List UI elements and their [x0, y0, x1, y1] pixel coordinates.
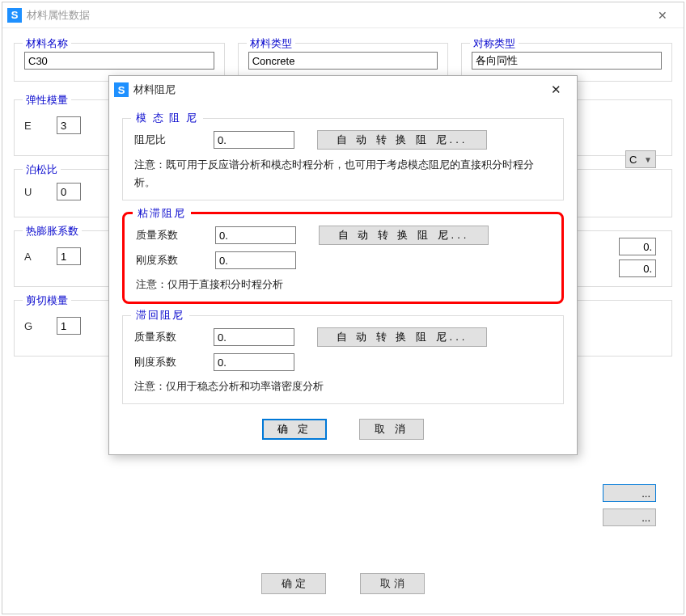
- poisson-input[interactable]: [57, 183, 81, 200]
- back-cancel-button[interactable]: 取 消: [360, 573, 425, 594]
- chevron-down-icon: ▼: [644, 155, 652, 164]
- viscous-stiff-label: 刚度系数: [136, 253, 209, 268]
- back-ok-button[interactable]: 确 定: [261, 573, 326, 594]
- shear-input[interactable]: [57, 317, 81, 335]
- viscous-damping-legend: 粘滞阻尼: [133, 206, 191, 221]
- thermal-label: A: [24, 251, 49, 263]
- front-cancel-button[interactable]: 取 消: [359, 419, 424, 440]
- symmetry-type-input[interactable]: [472, 52, 662, 70]
- hysteretic-mass-input[interactable]: [214, 328, 294, 346]
- thermal-legend: 热膨胀系数: [23, 224, 82, 238]
- elastic-legend: 弹性模量: [23, 93, 71, 108]
- back-window-title: 材料属性数据: [27, 8, 646, 23]
- unit-combo[interactable]: C ▼: [625, 150, 656, 168]
- poisson-label: U: [24, 186, 49, 198]
- material-damping-dialog: S 材料阻尼 ✕ 模 态 阻 尼 阻尼比 自 动 转 换 阻 尼... 注意：既…: [108, 75, 578, 455]
- app-icon: S: [114, 82, 129, 97]
- hysteretic-auto-convert-button[interactable]: 自 动 转 换 阻 尼...: [317, 327, 487, 347]
- app-icon: S: [7, 8, 22, 23]
- material-name-input[interactable]: [24, 52, 214, 70]
- right-stub-input-1[interactable]: 0.: [619, 238, 656, 255]
- shear-label: G: [24, 320, 49, 332]
- blue-stub-button[interactable]: ...: [603, 484, 656, 502]
- poisson-legend: 泊松比: [23, 162, 61, 177]
- viscous-mass-label: 质量系数: [136, 228, 209, 243]
- hysteretic-damping-legend: 滞回阻尼: [131, 308, 189, 323]
- close-icon[interactable]: ✕: [646, 3, 679, 27]
- material-type-input[interactable]: [248, 52, 438, 70]
- front-ok-button[interactable]: 确 定: [262, 419, 327, 440]
- damping-ratio-input[interactable]: [214, 131, 294, 149]
- close-icon[interactable]: ✕: [540, 78, 572, 102]
- viscous-stiff-input[interactable]: [215, 251, 296, 269]
- material-name-legend: 材料名称: [23, 36, 71, 51]
- hysteretic-mass-label: 质量系数: [134, 330, 207, 344]
- shear-legend: 剪切模量: [23, 293, 71, 308]
- front-titlebar: S 材料阻尼 ✕: [109, 76, 577, 103]
- viscous-auto-convert-button[interactable]: 自 动 转 换 阻 尼...: [319, 226, 489, 245]
- hysteretic-stiff-label: 刚度系数: [134, 355, 207, 369]
- modal-damping-legend: 模 态 阻 尼: [131, 111, 203, 125]
- damping-ratio-label: 阻尼比: [134, 133, 207, 147]
- front-button-row: 确 定 取 消: [122, 419, 564, 440]
- front-body: 模 态 阻 尼 阻尼比 自 动 转 换 阻 尼... 注意：既可用于反应谱分析和…: [109, 103, 577, 454]
- modal-auto-convert-button[interactable]: 自 动 转 换 阻 尼...: [317, 130, 487, 150]
- viscous-mass-input[interactable]: [215, 226, 296, 244]
- gray-stub-button[interactable]: ...: [603, 508, 656, 526]
- hysteretic-stiff-input[interactable]: [214, 353, 294, 371]
- thermal-input[interactable]: [57, 247, 81, 265]
- modal-note: 注意：既可用于反应谱分析和模态时程分析，也可用于考虑模态阻尼的直接积分时程分析。: [134, 156, 552, 192]
- elastic-label: E: [24, 120, 49, 132]
- hysteretic-damping-group: 滞回阻尼 质量系数 自 动 转 换 阻 尼... 刚度系数 注意：仅用于稳态分析…: [122, 315, 564, 404]
- modal-damping-group: 模 态 阻 尼 阻尼比 自 动 转 换 阻 尼... 注意：既可用于反应谱分析和…: [122, 118, 564, 200]
- hysteretic-note: 注意：仅用于稳态分析和功率谱密度分析: [134, 378, 552, 395]
- back-button-row: 确 定 取 消: [2, 573, 684, 594]
- viscous-damping-group: 粘滞阻尼 质量系数 自 动 转 换 阻 尼... 刚度系数 注意：仅用于直接积分…: [122, 212, 564, 304]
- viscous-note: 注意：仅用于直接积分时程分析: [136, 276, 550, 293]
- back-titlebar: S 材料属性数据 ✕: [2, 2, 684, 28]
- symmetry-type-legend: 对称类型: [470, 36, 519, 51]
- unit-combo-value: C: [629, 154, 637, 166]
- front-window-title: 材料阻尼: [133, 82, 540, 97]
- right-stub-input-2[interactable]: 0.: [619, 259, 656, 277]
- material-type-legend: 材料类型: [247, 36, 295, 51]
- elastic-input[interactable]: [57, 116, 81, 134]
